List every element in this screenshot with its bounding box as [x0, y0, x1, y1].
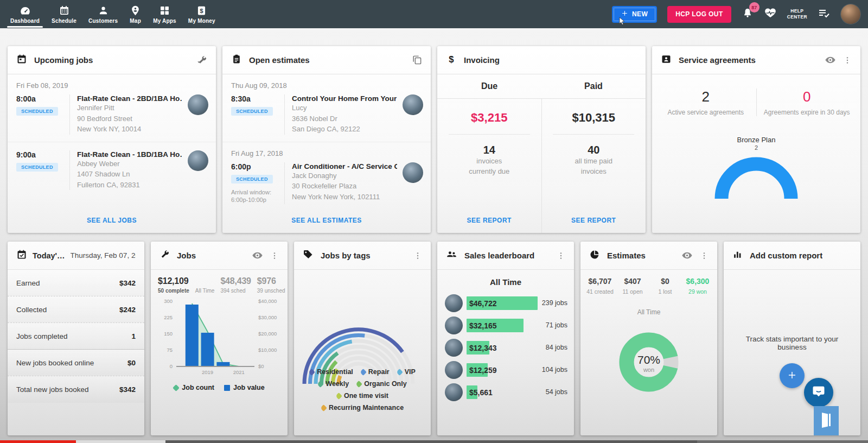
kebab-menu-icon[interactable]	[557, 251, 565, 261]
custom-report-message: Track stats important to your business	[724, 335, 860, 351]
dashboard-row-2: Today'… Thursday, Feb 07, 2019 Earned $3…	[8, 242, 860, 435]
sales-amount: $12,259	[469, 366, 497, 375]
job-count-legend-marker	[173, 384, 180, 391]
eye-icon[interactable]	[681, 250, 693, 261]
user-avatar[interactable]	[841, 4, 860, 24]
created-value: $6,707	[585, 277, 615, 286]
won-value: $6,300	[683, 277, 712, 286]
kebab-menu-icon[interactable]	[700, 251, 709, 261]
checklist-button[interactable]	[818, 7, 831, 22]
eye-icon[interactable]	[252, 250, 263, 261]
nav-customers[interactable]: Customers	[82, 0, 124, 28]
card-title: Invoicing	[464, 55, 500, 65]
kebab-menu-icon[interactable]	[270, 251, 279, 261]
today-title: Today'…	[33, 251, 65, 260]
add-report-button[interactable]	[780, 363, 805, 388]
invoicing-due-column: $3,215 14 invoices currently due SEE REP…	[437, 99, 542, 233]
eye-icon[interactable]	[825, 54, 836, 66]
employee-avatar	[445, 339, 463, 357]
jobs-unsched-caption: 39 unsched	[257, 288, 285, 294]
nav-label: Dashboard	[10, 18, 40, 24]
hcp-log-out-button[interactable]: HCP LOG OUT	[667, 6, 731, 23]
jobs-count: 104 jobs	[541, 366, 567, 374]
svg-text:225: 225	[164, 314, 173, 320]
kebab-menu-icon[interactable]	[843, 55, 852, 65]
customer-avatar	[403, 94, 423, 115]
tag-chip-organic-only	[355, 381, 362, 388]
jobs-card: Jobs $12,109 50 complete All Time	[151, 242, 288, 435]
due-header: Due	[437, 74, 541, 98]
job-group-date: Fri Feb 08, 2019	[8, 74, 216, 93]
svg-text:$0: $0	[258, 363, 264, 369]
see-all-estimates-link[interactable]: SEE ALL ESTIMATES	[222, 217, 431, 233]
service-stats: 2 Active service agreements 0 Agreements…	[652, 74, 860, 119]
nav-map[interactable]: Map	[124, 0, 147, 28]
tag-chip-residential	[308, 369, 315, 376]
address-line1: 1407 Shadow Ln	[77, 169, 182, 180]
job-entry[interactable]: 8:00a SCHEDULED Flat-Rate Clean - 2BD/1B…	[8, 93, 216, 135]
today-rows: Earned $342 Collected $242 Jobs complete…	[8, 270, 144, 435]
status-badge: SCHEDULED	[16, 107, 58, 116]
estimate-time: 6:00p	[231, 162, 279, 171]
estimate-title: Control Your Home From Your …	[292, 94, 397, 103]
estimate-entry[interactable]: 8:30a SCHEDULED Control Your Home From Y…	[222, 93, 431, 135]
nav-label: Customers	[88, 18, 118, 24]
estimate-time: 8:30a	[231, 94, 279, 103]
job-title: Flat-Rate Clean - 1BD/1BA Ho…	[77, 150, 182, 159]
customer-name: Abbey Weber	[77, 159, 182, 169]
help-center-line1: HELP	[787, 8, 807, 14]
see-all-jobs-link[interactable]: SEE ALL JOBS	[8, 217, 216, 233]
stat-row: New jobs booked online $0	[8, 350, 144, 376]
health-button[interactable]	[764, 7, 777, 22]
due-count: 14	[483, 144, 495, 156]
clipboard-icon	[231, 54, 242, 67]
card-title: Jobs	[177, 251, 196, 260]
open-value: $407	[618, 277, 647, 286]
won-caption: 29 won	[683, 288, 712, 295]
calendar-icon	[59, 5, 70, 16]
nav-schedule[interactable]: Schedule	[46, 0, 82, 28]
estimate-entry[interactable]: 6:00p SCHEDULED Arrival window: 6:00p-10…	[222, 161, 431, 205]
heart-pulse-icon	[764, 12, 777, 21]
new-button[interactable]: NEW	[612, 6, 657, 23]
jobs-settings-wrench-icon[interactable]	[197, 55, 207, 65]
primary-nav: Dashboard Schedule Customers Map My Apps	[4, 0, 221, 28]
copy-estimates-icon[interactable]	[412, 55, 422, 65]
see-due-report-link[interactable]: SEE REPORT	[467, 217, 512, 233]
employee-avatar	[445, 317, 463, 334]
help-center-button[interactable]: HELP CENTER	[787, 8, 807, 21]
bar-chart-icon	[732, 249, 743, 262]
won-percent: 70%	[637, 353, 660, 366]
kebab-menu-icon[interactable]	[413, 251, 422, 261]
expiring-agreements-caption: Agreements expire in 30 days	[757, 109, 858, 116]
address-line1: 90 Bedford Street	[77, 113, 182, 124]
lost-value: $0	[650, 277, 680, 286]
jobs-count: 84 jobs	[541, 344, 567, 352]
dashboard-content: Upcoming jobs Fri Feb 08, 2019 8:00a SCH…	[0, 46, 868, 435]
address-line1: 30 Rockefeller Plaza	[292, 181, 397, 192]
nav-my-money[interactable]: $ My Money	[182, 0, 221, 28]
nav-label: Map	[130, 18, 141, 24]
today-date: Thursday, Feb 07, 2019	[71, 251, 136, 260]
chat-widget-button[interactable]	[804, 378, 833, 407]
nav-my-apps[interactable]: My Apps	[147, 0, 182, 28]
stat-row: Collected $242	[8, 296, 144, 323]
notifications-button[interactable]: 87	[742, 7, 754, 21]
job-entry[interactable]: 9:00a SCHEDULED Flat-Rate Clean - 1BD/1B…	[8, 149, 216, 191]
job-value-legend-marker	[224, 385, 230, 391]
status-badge: SCHEDULED	[231, 175, 273, 183]
jobs-count: 239 jobs	[541, 299, 567, 307]
job-title: Flat-Rate Clean - 2BD/1BA Ho…	[77, 94, 182, 103]
nav-dashboard[interactable]: Dashboard	[4, 0, 46, 28]
mouse-cursor	[619, 17, 626, 27]
tag-icon	[303, 249, 314, 262]
see-paid-report-link[interactable]: SEE REPORT	[571, 217, 616, 233]
job-count-legend-label: Job count	[182, 384, 214, 391]
video-progress-bar[interactable]	[0, 440, 868, 443]
entry-divider	[222, 142, 431, 142]
address-line2: New York New York, 102111	[292, 192, 397, 202]
money-icon: $	[196, 5, 207, 16]
job-time: 9:00a	[16, 150, 64, 159]
divider	[449, 134, 530, 135]
upcoming-jobs-card: Upcoming jobs Fri Feb 08, 2019 8:00a SCH…	[8, 46, 216, 233]
